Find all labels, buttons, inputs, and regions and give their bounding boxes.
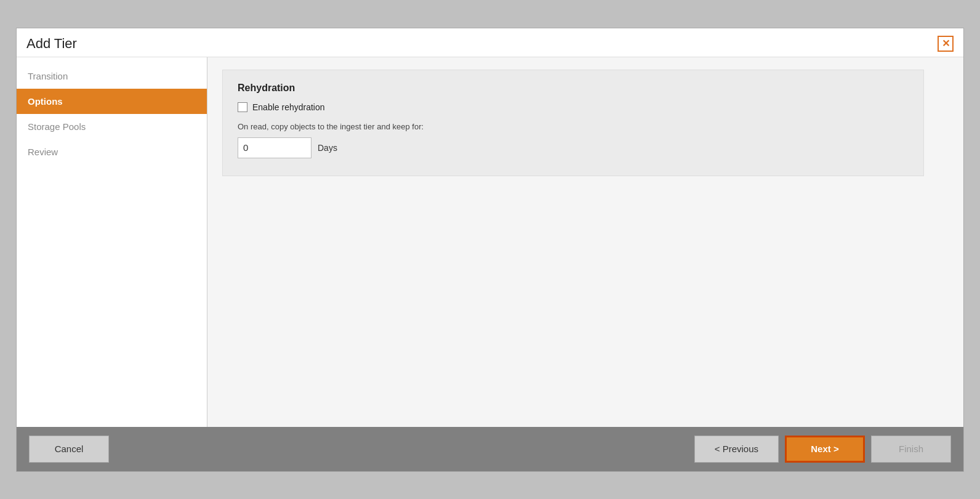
days-description: On read, copy objects to the ingest tier…: [238, 122, 909, 131]
enable-rehydration-checkbox[interactable]: [238, 102, 247, 112]
dialog-body: Transition Options Storage Pools Review …: [17, 57, 963, 427]
sidebar-item-review[interactable]: Review: [17, 139, 207, 164]
days-label: Days: [318, 143, 337, 153]
sidebar-item-storage-pools[interactable]: Storage Pools: [17, 114, 207, 139]
dialog-title: Add Tier: [26, 36, 77, 52]
previous-button[interactable]: < Previous: [694, 436, 779, 463]
finish-button[interactable]: Finish: [871, 436, 951, 463]
sidebar-item-transition[interactable]: Transition: [17, 63, 207, 89]
sidebar-item-options[interactable]: Options: [17, 89, 207, 114]
footer-right: < Previous Next > Finish: [694, 436, 951, 463]
footer-left: Cancel: [29, 436, 109, 463]
enable-rehydration-label: Enable rehydration: [252, 102, 325, 112]
enable-rehydration-row: Enable rehydration: [238, 102, 909, 112]
section-title: Rehydration: [238, 83, 909, 94]
sidebar: Transition Options Storage Pools Review: [17, 57, 207, 427]
dialog-footer: Cancel < Previous Next > Finish: [17, 427, 963, 471]
next-button[interactable]: Next >: [785, 436, 865, 463]
main-content: Rehydration Enable rehydration On read, …: [207, 57, 963, 427]
rehydration-section: Rehydration Enable rehydration On read, …: [222, 70, 924, 176]
dialog-title-bar: Add Tier ✕: [17, 28, 963, 57]
days-input[interactable]: [238, 137, 311, 158]
days-row: Days: [238, 137, 909, 158]
cancel-button[interactable]: Cancel: [29, 436, 109, 463]
add-tier-dialog: Add Tier ✕ Transition Options Storage Po…: [16, 28, 964, 472]
close-button[interactable]: ✕: [938, 36, 954, 52]
